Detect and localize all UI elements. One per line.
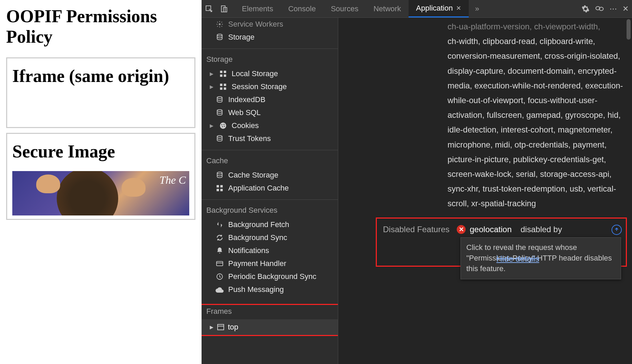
card-icon [215,260,224,267]
sidebar-item-bg-sync[interactable]: Background Sync [202,231,338,244]
reveal-request-button[interactable] [612,225,622,235]
sidebar-item-label: Background Sync [228,233,287,242]
tab-more[interactable]: » [469,0,485,17]
sidebar-frames-section: Frames ▶ top [202,304,338,336]
sidebar-item-label: Cookies [232,121,259,130]
svg-point-5 [219,23,221,25]
svg-point-19 [223,124,224,125]
svg-rect-8 [224,71,226,73]
settings-icon[interactable] [581,5,590,13]
sidebar-item-service-workers[interactable]: Service Workers [202,18,338,31]
svg-point-18 [221,124,222,125]
sidebar-item-label: Local Storage [232,69,278,78]
svg-rect-25 [220,185,223,187]
sidebar-item-label: Application Cache [228,184,289,193]
disabled-feature-name: geolocation [470,225,512,234]
chevron-right-icon: ▶ [210,324,214,330]
chevron-right-icon: ▶ [210,71,215,76]
updown-icon [215,221,224,228]
devtools-panel: Elements Console Sources Network Applica… [202,0,632,364]
close-devtools-icon[interactable]: ✕ [622,4,629,13]
sidebar-storage-section: Storage ▶ Local Storage ▶ Session Storag… [202,49,338,150]
sidebar-item-label: Session Storage [232,82,287,91]
svg-point-15 [217,97,222,99]
allowed-features-text: ch-ua-platform-version, ch-viewport-widt… [338,18,626,218]
application-sidebar[interactable]: Service Workers Storage Storage ▶ Local … [202,18,338,364]
svg-point-23 [217,172,222,174]
svg-rect-13 [220,87,222,90]
sidebar-item-periodic-sync[interactable]: Periodic Background Sync [202,270,338,283]
iframe-title: Iframe (same origin) [12,66,189,86]
disabled-features-label: Disabled Features [383,225,451,234]
devtools-tabs: Elements Console Sources Network Applica… [234,0,485,17]
db-icon [215,96,224,103]
svg-rect-10 [224,74,226,77]
sidebar-app-group: Service Workers Storage [202,18,338,49]
sidebar-item-push-messaging[interactable]: Push Messaging [202,283,338,296]
sidebar-item-application-cache[interactable]: Application Cache [202,182,338,195]
sidebar-item-label: Periodic Background Sync [228,272,316,281]
bell-icon [215,247,224,254]
svg-rect-14 [224,87,226,90]
section-title-cache: Cache [202,154,338,169]
svg-point-22 [217,136,222,138]
svg-rect-12 [224,84,226,86]
svg-rect-28 [217,262,223,266]
db-icon [215,171,224,179]
sidebar-item-session-storage[interactable]: ▶ Session Storage [202,80,338,93]
sidebar-item-label: Payment Handler [228,259,286,268]
cookie-icon [219,122,228,129]
db-icon [215,33,224,41]
tab-elements[interactable]: Elements [234,0,281,17]
more-icon[interactable]: ⋯ [609,4,617,13]
sidebar-item-notifications[interactable]: Notifications [202,244,338,257]
clock-icon [215,273,224,280]
feedback-icon[interactable] [595,5,604,13]
svg-point-17 [220,123,226,129]
secure-image-box: Secure Image [6,133,195,220]
svg-point-16 [217,110,222,112]
device-toggle-icon[interactable] [217,0,232,17]
svg-point-20 [222,126,223,127]
sync-icon [215,234,224,241]
sidebar-item-label: Storage [228,33,255,42]
sidebar-item-local-storage[interactable]: ▶ Local Storage [202,67,338,80]
disabled-by-text: disabled by [521,225,562,234]
svg-rect-26 [217,189,219,191]
tab-console[interactable]: Console [281,0,324,17]
tab-sources[interactable]: Sources [323,0,366,17]
devtools-tabbar: Elements Console Sources Network Applica… [202,0,632,18]
sidebar-item-cookies[interactable]: ▶ Cookies [202,119,338,132]
sidebar-item-label: Push Messaging [228,285,284,294]
sidebar-item-storage[interactable]: Storage [202,31,338,44]
tab-network[interactable]: Network [366,0,409,17]
chevron-right-icon: ▶ [210,84,215,89]
sidebar-item-label: Trust Tokens [228,134,271,143]
sidebar-cache-section: Cache Cache Storage Application Cache [202,150,338,200]
frame-item-top[interactable]: ▶ top [202,319,338,335]
sidebar-item-payment-handler[interactable]: Payment Handler [202,257,338,270]
frame-icon [217,324,224,331]
section-title-bg: Background Services [202,204,338,218]
svg-point-6 [217,34,222,36]
scrollbar[interactable] [627,19,631,40]
sidebar-item-cache-storage[interactable]: Cache Storage [202,169,338,182]
hide-details-link[interactable]: Hide details [496,254,539,264]
sidebar-item-bg-fetch[interactable]: Background Fetch [202,218,338,231]
page-title: OOPIF Permissions Policy [6,6,195,47]
inspect-icon[interactable] [202,0,217,17]
grid-icon [215,185,224,192]
sidebar-item-trust-tokens[interactable]: Trust Tokens [202,132,338,145]
sidebar-item-websql[interactable]: Web SQL [202,106,338,119]
sidebar-item-label: Notifications [228,246,269,255]
svg-rect-7 [220,71,222,73]
tab-close-icon[interactable]: ✕ [456,4,461,12]
svg-rect-24 [217,185,219,187]
svg-rect-11 [220,84,222,86]
svg-rect-9 [220,74,222,77]
sidebar-item-indexeddb[interactable]: IndexedDB [202,93,338,106]
reveal-tooltip: Click to reveal the request whose "Permi… [461,237,621,279]
iframe-box: Iframe (same origin) [6,57,195,128]
section-title-storage: Storage [202,53,338,67]
tab-application[interactable]: Application ✕ [409,0,469,17]
